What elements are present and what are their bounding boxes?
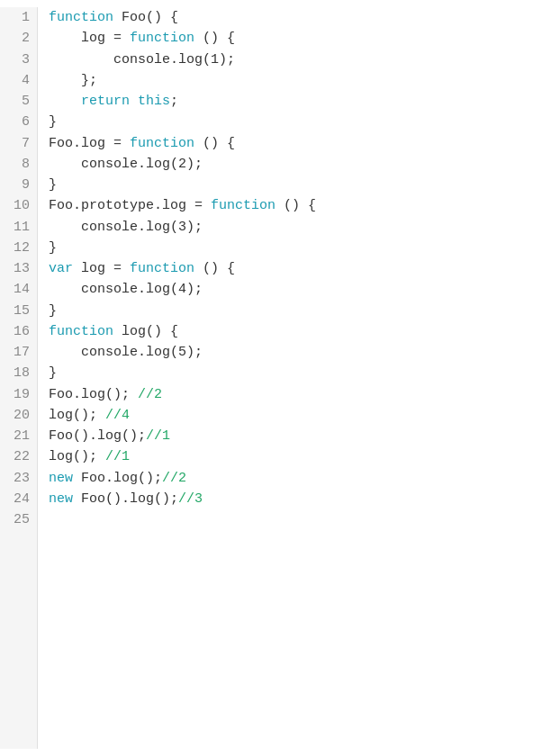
keyword: function bbox=[49, 324, 113, 339]
code-line: new Foo.log();//2 bbox=[49, 468, 522, 489]
code-line: function Foo() { bbox=[49, 7, 522, 28]
keyword: new bbox=[49, 491, 73, 507]
code-line: Foo.log = function () { bbox=[49, 133, 522, 154]
code-line: new Foo().log();//3 bbox=[49, 489, 522, 509]
line-number: 7 bbox=[7, 133, 30, 154]
plain-text: }; bbox=[49, 73, 97, 88]
plain-text: () { bbox=[276, 198, 316, 213]
keyword: function bbox=[130, 261, 194, 276]
code-line: var log = function () { bbox=[49, 258, 522, 279]
code-line: log(); //4 bbox=[49, 405, 522, 426]
plain-text: } bbox=[49, 177, 57, 193]
plain-text: Foo.log = bbox=[49, 136, 130, 151]
line-number: 1 bbox=[7, 7, 30, 28]
code-line: log(); //1 bbox=[49, 446, 522, 467]
line-number: 8 bbox=[7, 154, 30, 175]
plain-text: } bbox=[49, 240, 57, 256]
comment: //4 bbox=[105, 408, 130, 423]
line-number: 22 bbox=[7, 446, 30, 467]
line-number: 21 bbox=[7, 426, 30, 446]
plain-text: () { bbox=[194, 136, 235, 151]
line-number: 14 bbox=[7, 279, 30, 300]
comment: //1 bbox=[146, 428, 170, 444]
line-number: 2 bbox=[7, 28, 30, 49]
keyword: this bbox=[138, 94, 170, 109]
code-line: console.log(3); bbox=[49, 217, 522, 238]
code-line: } bbox=[49, 238, 522, 258]
code-line: Foo().log();//1 bbox=[49, 426, 522, 446]
line-number: 15 bbox=[7, 301, 30, 321]
line-number: 25 bbox=[7, 509, 30, 530]
code-line: console.log(1); bbox=[49, 50, 522, 70]
code-line: } bbox=[49, 363, 522, 383]
plain-text: } bbox=[49, 114, 57, 130]
line-number: 23 bbox=[7, 468, 30, 489]
line-number: 10 bbox=[7, 195, 30, 216]
plain-text: log() { bbox=[113, 324, 178, 339]
line-number: 12 bbox=[7, 238, 30, 258]
keyword: new bbox=[49, 471, 73, 486]
line-number: 20 bbox=[7, 405, 30, 426]
plain-text: console.log(5); bbox=[49, 345, 203, 360]
plain-text: Foo.log(); bbox=[73, 471, 162, 486]
plain-text: log(); bbox=[49, 408, 105, 423]
code-line: Foo.prototype.log = function () { bbox=[49, 195, 522, 216]
comment: //2 bbox=[162, 471, 186, 486]
line-number: 6 bbox=[7, 112, 30, 132]
keyword: var bbox=[49, 261, 73, 276]
plain-text bbox=[130, 94, 138, 109]
plain-text: log = bbox=[49, 31, 130, 46]
code-line: } bbox=[49, 301, 522, 321]
code-line: console.log(2); bbox=[49, 154, 522, 175]
line-number: 13 bbox=[7, 258, 30, 279]
line-number-column: 1234567891011121314151617181920212223242… bbox=[0, 7, 38, 749]
code-line: console.log(4); bbox=[49, 279, 522, 300]
plain-text: Foo.log(); bbox=[49, 387, 138, 402]
plain-text: console.log(1); bbox=[49, 52, 235, 68]
plain-text: () { bbox=[194, 261, 235, 276]
code-editor: 1234567891011121314151617181920212223242… bbox=[0, 0, 533, 756]
code-line: function log() { bbox=[49, 321, 522, 342]
line-number: 4 bbox=[7, 70, 30, 91]
code-line: } bbox=[49, 175, 522, 195]
plain-text: } bbox=[49, 303, 57, 319]
comment: //3 bbox=[178, 491, 203, 507]
keyword: function bbox=[130, 136, 194, 151]
plain-text: console.log(4); bbox=[49, 282, 203, 297]
plain-text: Foo() { bbox=[113, 10, 178, 25]
plain-text: Foo().log(); bbox=[49, 428, 146, 444]
line-number: 3 bbox=[7, 50, 30, 70]
plain-text: console.log(2); bbox=[49, 157, 203, 172]
comment: //1 bbox=[105, 449, 130, 464]
plain-text: ; bbox=[170, 94, 178, 109]
line-number: 11 bbox=[7, 217, 30, 238]
line-number: 17 bbox=[7, 342, 30, 363]
line-number: 24 bbox=[7, 489, 30, 509]
code-line: return this; bbox=[49, 91, 522, 112]
keyword: function bbox=[130, 31, 194, 46]
keyword: function bbox=[49, 10, 113, 25]
code-line: console.log(5); bbox=[49, 342, 522, 363]
keyword: function bbox=[211, 198, 276, 213]
line-number: 19 bbox=[7, 384, 30, 405]
plain-text: log = bbox=[73, 261, 130, 276]
plain-text: log(); bbox=[49, 449, 105, 464]
plain-text: console.log(3); bbox=[49, 220, 203, 235]
code-line: Foo.log(); //2 bbox=[49, 384, 522, 405]
line-number: 16 bbox=[7, 321, 30, 342]
plain-text: () { bbox=[194, 31, 235, 46]
line-number: 18 bbox=[7, 363, 30, 383]
keyword: return bbox=[81, 94, 130, 109]
code-line: } bbox=[49, 112, 522, 132]
plain-text: } bbox=[49, 365, 57, 381]
plain-text: Foo.prototype.log = bbox=[49, 198, 211, 213]
line-number: 5 bbox=[7, 91, 30, 112]
plain-text: Foo().log(); bbox=[73, 491, 178, 507]
plain-text bbox=[49, 94, 81, 109]
comment: //2 bbox=[138, 387, 162, 402]
line-number: 9 bbox=[7, 175, 30, 195]
code-content: function Foo() { log = function () { con… bbox=[38, 7, 533, 749]
code-line: }; bbox=[49, 70, 522, 91]
code-line: log = function () { bbox=[49, 28, 522, 49]
